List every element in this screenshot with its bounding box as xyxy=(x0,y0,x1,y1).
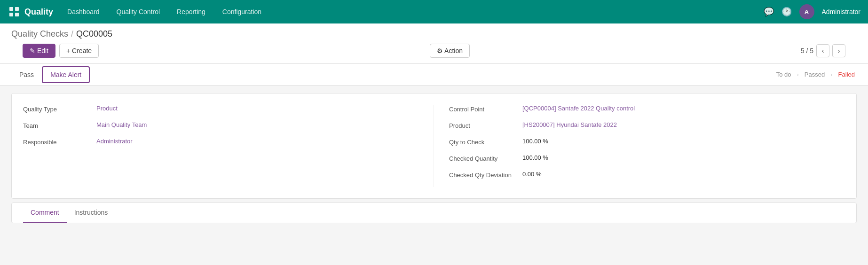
clock-icon[interactable]: 🕐 xyxy=(781,7,792,17)
status-arrow-2: › xyxy=(830,71,832,78)
nav-icons: 💬 🕐 A Administrator xyxy=(764,4,860,19)
checked-qty-deviation-label: Checked Qty Deviation xyxy=(449,171,515,179)
form-grid: Quality Type Product Team Main Quality T… xyxy=(23,105,845,187)
status-passed: Passed xyxy=(803,71,827,78)
team-value[interactable]: Main Quality Team xyxy=(96,121,147,128)
status-failed: Failed xyxy=(836,71,857,78)
nav-item-configuration[interactable]: Configuration xyxy=(216,0,268,23)
tab-comment[interactable]: Comment xyxy=(23,203,67,223)
next-page-button[interactable]: › xyxy=(832,44,845,57)
control-point-label: Control Point xyxy=(449,105,515,113)
checked-qty-deviation-row: Checked Qty Deviation 0.00 % xyxy=(449,171,837,179)
status-todo: To do xyxy=(774,71,793,78)
make-alert-button[interactable]: Make Alert xyxy=(42,66,90,83)
checked-quantity-row: Checked Quantity 100.00 % xyxy=(449,154,837,162)
status-arrow-1: › xyxy=(797,71,799,78)
status-bar: Pass Make Alert To do › Passed › Failed xyxy=(0,64,868,86)
product-row: Product [HS200007] Hyundai Santafe 2022 xyxy=(449,121,837,129)
logo-icon xyxy=(8,5,21,18)
nav-item-dashboard[interactable]: Dashboard xyxy=(61,0,106,23)
control-point-row: Control Point [QCP00004] Santafe 2022 Qu… xyxy=(449,105,837,113)
svg-rect-3 xyxy=(15,13,19,16)
breadcrumb-separator: / xyxy=(71,29,73,39)
app-title: Quality xyxy=(24,7,53,17)
form-card: Quality Type Product Team Main Quality T… xyxy=(11,93,857,199)
form-section-right: Control Point [QCP00004] Santafe 2022 Qu… xyxy=(434,105,845,187)
product-value[interactable]: [HS200007] Hyundai Santafe 2022 xyxy=(522,121,617,128)
tab-instructions[interactable]: Instructions xyxy=(67,203,116,223)
app-logo[interactable]: Quality xyxy=(8,5,53,18)
checked-quantity-value: 100.00 % xyxy=(522,154,548,161)
create-button[interactable]: + Create xyxy=(59,44,99,58)
nav-item-reporting[interactable]: Reporting xyxy=(170,0,212,23)
responsible-value[interactable]: Administrator xyxy=(96,138,133,145)
pagination-count: 5 / 5 xyxy=(801,47,813,55)
svg-rect-2 xyxy=(9,13,13,16)
edit-button[interactable]: ✎ Edit xyxy=(23,44,55,58)
breadcrumb: Quality Checks / QC00005 xyxy=(11,29,857,39)
team-row: Team Main Quality Team xyxy=(23,121,418,129)
breadcrumb-parent[interactable]: Quality Checks xyxy=(11,29,68,39)
tabs-bar: Comment Instructions xyxy=(11,203,857,223)
responsible-row: Responsible Administrator xyxy=(23,138,418,146)
breadcrumb-bar: Quality Checks / QC00005 ✎ Edit + Create… xyxy=(0,23,868,64)
top-nav: Quality Dashboard Quality Control Report… xyxy=(0,0,868,23)
nav-item-quality-control[interactable]: Quality Control xyxy=(110,0,167,23)
checked-qty-deviation-value: 0.00 % xyxy=(522,171,541,178)
control-point-value[interactable]: [QCP00004] Santafe 2022 Quality control xyxy=(522,105,635,112)
form-section-left: Quality Type Product Team Main Quality T… xyxy=(23,105,434,187)
quality-type-label: Quality Type xyxy=(23,105,89,113)
product-label: Product xyxy=(449,121,515,129)
pass-button[interactable]: Pass xyxy=(11,67,42,83)
status-flow: To do › Passed › Failed xyxy=(774,71,857,78)
user-avatar[interactable]: A xyxy=(799,4,814,19)
user-name[interactable]: Administrator xyxy=(822,8,860,16)
qty-to-check-label: Qty to Check xyxy=(449,138,515,146)
chat-icon[interactable]: 💬 xyxy=(764,7,774,17)
action-button[interactable]: ⚙ Action xyxy=(430,44,470,58)
qty-to-check-value: 100.00 % xyxy=(522,138,548,145)
pagination: 5 / 5 ‹ › xyxy=(801,44,845,57)
qty-to-check-row: Qty to Check 100.00 % xyxy=(449,138,837,146)
svg-rect-0 xyxy=(9,7,13,11)
quality-type-row: Quality Type Product xyxy=(23,105,418,113)
svg-rect-1 xyxy=(15,7,19,11)
prev-page-button[interactable]: ‹ xyxy=(816,44,829,57)
breadcrumb-current: QC00005 xyxy=(76,29,112,39)
responsible-label: Responsible xyxy=(23,138,89,146)
quality-type-value[interactable]: Product xyxy=(96,105,118,112)
toolbar: ✎ Edit + Create ⚙ Action 5 / 5 ‹ › xyxy=(11,44,857,63)
main-content: Quality Type Product Team Main Quality T… xyxy=(0,86,868,231)
team-label: Team xyxy=(23,121,89,129)
checked-quantity-label: Checked Quantity xyxy=(449,154,515,162)
